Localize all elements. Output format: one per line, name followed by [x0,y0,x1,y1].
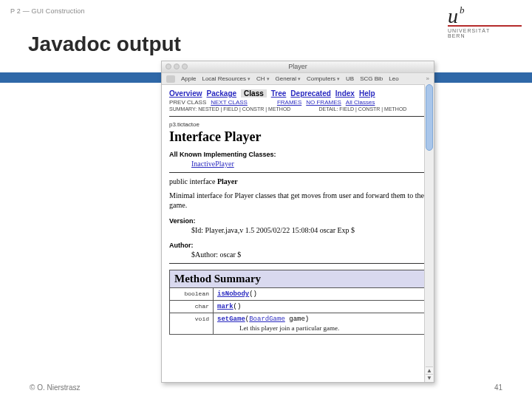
window-titlebar: Player [162,61,434,73]
implementing-class-link[interactable]: InactivePlayer [191,160,234,168]
method-args-rest: game) [285,316,309,323]
bookmark-item[interactable]: General [276,75,301,82]
slide-header-label: P 2 — GUI Construction [10,7,85,15]
book-icon[interactable] [166,75,175,83]
window-controls[interactable] [166,64,188,69]
method-summary-heading: Method Summary [170,270,426,288]
slide: P 2 — GUI Construction ub UNIVERSITÄT BE… [0,0,532,399]
divider [169,263,426,264]
bookmark-item[interactable]: Leo [389,75,398,82]
vertical-scrollbar[interactable]: ▲ ▼ [424,84,434,382]
logo-line1: UNIVERSITÄT [448,28,522,33]
return-type: void [170,313,214,335]
javadoc-subnav: PREV CLASS NEXT CLASS FRAMES NO FRAMES A… [169,99,426,106]
method-signature: mark() [214,301,426,313]
javadoc-nav: Overview Package Class Tree Deprecated I… [169,89,426,98]
method-row: boolean isNobody() [170,288,426,301]
zoom-icon[interactable] [182,64,188,69]
method-name-link[interactable]: setGame [217,316,245,323]
method-arg-type-link[interactable]: BoardGame [249,316,285,323]
bookmark-item[interactable]: Apple [181,75,196,82]
scrollbar-thumb[interactable] [426,84,433,151]
version-label: Version: [169,217,426,225]
nav-link[interactable]: Package [206,89,236,98]
divider [169,116,426,117]
version-value: $Id: Player.java,v 1.5 2005/02/22 15:08:… [191,226,426,234]
method-row: char mark() [170,301,426,313]
nav-link[interactable]: Deprecated [290,89,330,98]
all-classes-link[interactable]: All Classes [346,99,375,106]
bookmark-item[interactable]: SCG Bib [360,75,383,82]
logo-rule [448,25,522,27]
bookmarks-bar[interactable]: Apple Local Resources CH General Compute… [162,73,434,85]
package-name: p3.tictactoe [169,121,426,128]
browser-window: Player Apple Local Resources CH General … [161,61,434,383]
logo-line2: BERN [448,33,522,38]
nav-link[interactable]: Tree [271,89,287,98]
signature-name: Player [217,177,238,185]
summary-left: SUMMARY: NESTED | FIELD | CONSTR | METHO… [169,106,290,112]
university-logo: ub UNIVERSITÄT BERN [448,4,522,38]
implementing-classes-value: InactivePlayer [191,160,426,168]
return-type: boolean [170,288,214,301]
no-frames-link[interactable]: NO FRAMES [306,99,341,106]
bookmark-item[interactable]: UB [346,75,354,82]
method-signature: isNobody() [214,288,426,301]
nav-link[interactable]: Help [359,89,375,98]
javadoc-page: Overview Package Class Tree Deprecated I… [162,85,434,342]
javadoc-summary-row: SUMMARY: NESTED | FIELD | CONSTR | METHO… [169,106,426,112]
implementing-classes-label: All Known Implementing Classes: [169,151,426,158]
scroll-down-arrow-icon[interactable]: ▼ [426,374,433,382]
slide-title: Javadoc output [28,33,181,56]
method-signature: setGame(BoardGame game) Let this player … [214,313,426,335]
minimize-icon[interactable] [174,64,180,69]
divider [169,172,426,173]
interface-signature: public interface Player [169,177,426,185]
method-args: () [233,303,242,310]
summary-right: DETAIL: FIELD | CONSTR | METHOD [318,106,406,112]
next-class-link[interactable]: NEXT CLASS [211,99,248,106]
method-row-description: Let this player join a particular game. [239,324,422,332]
footer-page-number: 41 [494,383,502,392]
prev-class-label: PREV CLASS [169,99,206,106]
nav-link[interactable]: Index [335,89,355,98]
overflow-chevron-icon[interactable]: » [426,75,429,82]
return-type: char [170,301,214,313]
nav-link[interactable]: Overview [169,89,202,98]
method-name-link[interactable]: mark [217,303,233,310]
method-name-link[interactable]: isNobody [217,290,249,298]
logo-b: b [460,4,465,16]
interface-title: Interface Player [169,129,426,145]
bookmark-item[interactable]: Local Resources [202,75,250,82]
signature-prefix: public interface [169,177,217,185]
method-row: void setGame(BoardGame game) Let this pl… [170,313,426,335]
author-label: Author: [169,242,426,249]
method-args: () [249,290,257,298]
window-title: Player [288,63,307,70]
footer-copyright: © O. Nierstrasz [30,383,81,392]
bookmark-item[interactable]: Computers [307,75,340,82]
author-value: $Author: oscar $ [191,250,426,259]
logo-u: u [448,4,458,28]
bookmark-item[interactable]: CH [256,75,270,82]
nav-selected: Class [241,89,267,98]
method-summary-table: Method Summary boolean isNobody() char m… [169,270,426,335]
frames-link[interactable]: FRAMES [277,99,301,106]
interface-description: Minimal interface for Player classes tha… [169,191,426,210]
close-icon[interactable] [166,64,171,69]
